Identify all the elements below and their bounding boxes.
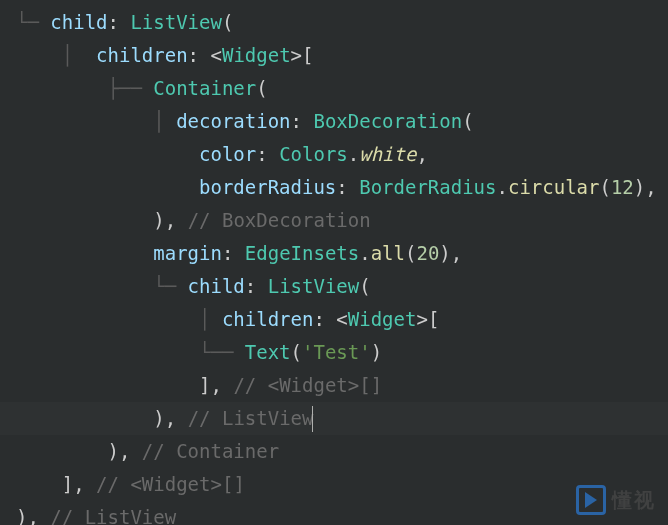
code-token: [ (428, 308, 439, 330)
code-token: , (165, 407, 188, 429)
indent (16, 44, 62, 66)
indent (16, 176, 199, 198)
code-token: 'Test' (302, 341, 371, 363)
code-token: : (313, 308, 336, 330)
code-line[interactable]: ), // Container (0, 435, 668, 468)
code-token: [ (302, 44, 313, 66)
code-line[interactable]: ), // BoxDecoration (0, 204, 668, 237)
code-token: children (96, 44, 188, 66)
code-token: circular (508, 176, 600, 198)
code-token: decoration (176, 110, 290, 132)
code-token: child (50, 11, 107, 33)
code-token: EdgeInsets (245, 242, 359, 264)
code-token: margin (153, 242, 222, 264)
code-editor[interactable]: └─ child: ListView( │ children: <Widget>… (0, 0, 668, 525)
code-line[interactable]: └─ child: ListView( (0, 6, 668, 39)
code-token: Widget (348, 308, 417, 330)
code-token: Text (245, 341, 291, 363)
code-token: ) (371, 341, 382, 363)
code-token: : (222, 242, 245, 264)
code-token: children (222, 308, 314, 330)
tree-guide: │ (199, 308, 222, 330)
indent (16, 77, 108, 99)
code-line[interactable]: borderRadius: BorderRadius.circular(12), (0, 171, 668, 204)
code-token: > (416, 308, 427, 330)
code-token: ( (405, 242, 416, 264)
code-token: // BoxDecoration (188, 209, 371, 231)
code-token: , (27, 506, 50, 525)
code-token: // <Widget>[] (233, 374, 382, 396)
indent (16, 473, 62, 495)
code-token: : (256, 143, 279, 165)
code-token: , (645, 176, 656, 198)
code-token: // ListView (188, 407, 314, 429)
code-line[interactable]: └─ child: ListView( (0, 270, 668, 303)
indent (16, 407, 153, 429)
code-token: . (348, 143, 359, 165)
code-token: , (165, 209, 188, 231)
code-line[interactable]: ], // <Widget>[] (0, 369, 668, 402)
code-token: ( (222, 11, 233, 33)
code-line[interactable]: │ children: <Widget>[ (0, 39, 668, 72)
code-token: ) (439, 242, 450, 264)
code-line[interactable]: color: Colors.white, (0, 138, 668, 171)
tree-guide: │ (62, 44, 96, 66)
code-line[interactable]: │ decoration: BoxDecoration( (0, 105, 668, 138)
indent (16, 341, 199, 363)
code-token: Container (153, 77, 256, 99)
code-token: ) (153, 209, 164, 231)
tree-guide: └─ (16, 11, 50, 33)
code-token: . (359, 242, 370, 264)
code-line[interactable]: │ children: <Widget>[ (0, 303, 668, 336)
code-token: , (73, 473, 96, 495)
code-token: BoxDecoration (313, 110, 462, 132)
code-token: , (210, 374, 233, 396)
code-token: ( (256, 77, 267, 99)
indent (16, 374, 199, 396)
code-token: Colors (279, 143, 348, 165)
text-caret (312, 406, 313, 432)
indent (16, 209, 153, 231)
tree-guide: ├── (108, 77, 154, 99)
indent (16, 275, 153, 297)
code-token: , (119, 440, 142, 462)
code-token: : (245, 275, 268, 297)
code-token: 12 (611, 176, 634, 198)
code-token: ) (634, 176, 645, 198)
code-token: ) (108, 440, 119, 462)
indent (16, 308, 199, 330)
code-token: ] (62, 473, 73, 495)
tree-guide: │ (153, 110, 176, 132)
code-line[interactable]: ], // <Widget>[] (0, 468, 668, 501)
code-token: < (336, 308, 347, 330)
code-line[interactable]: ), // ListView (0, 501, 668, 525)
code-line[interactable]: └── Text('Test') (0, 336, 668, 369)
code-token: ( (599, 176, 610, 198)
code-token: . (496, 176, 507, 198)
indent (16, 242, 153, 264)
code-token: ListView (268, 275, 360, 297)
code-token: borderRadius (199, 176, 336, 198)
code-token: // ListView (50, 506, 176, 525)
code-token: , (416, 143, 427, 165)
code-token: > (291, 44, 302, 66)
code-line[interactable]: ), // ListView (0, 402, 668, 435)
code-token: Widget (222, 44, 291, 66)
code-token: color (199, 143, 256, 165)
code-token: ) (153, 407, 164, 429)
code-token: : (108, 11, 131, 33)
indent (16, 440, 108, 462)
code-token: ) (16, 506, 27, 525)
code-token: BorderRadius (359, 176, 496, 198)
code-token: // <Widget>[] (96, 473, 245, 495)
indent (16, 143, 199, 165)
code-token: // Container (142, 440, 279, 462)
code-token: : (336, 176, 359, 198)
code-token: ( (359, 275, 370, 297)
code-token: white (359, 143, 416, 165)
code-line[interactable]: margin: EdgeInsets.all(20), (0, 237, 668, 270)
code-token: , (451, 242, 462, 264)
code-token: ListView (130, 11, 222, 33)
code-token: all (371, 242, 405, 264)
code-line[interactable]: ├── Container( (0, 72, 668, 105)
